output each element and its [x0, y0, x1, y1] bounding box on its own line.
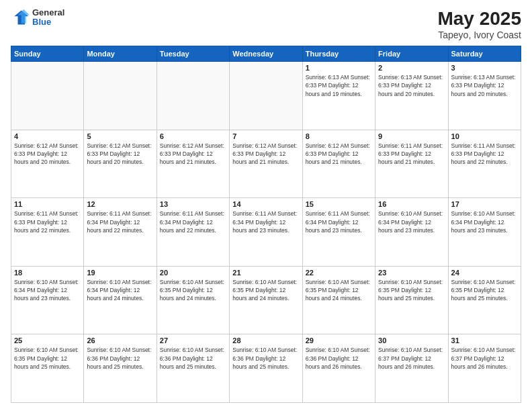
day-info: Sunrise: 6:10 AM Sunset: 6:35 PM Dayligh…	[306, 278, 372, 303]
day-number: 24	[451, 269, 518, 277]
day-number: 8	[306, 132, 372, 140]
calendar-subtitle: Tapeyo, Ivory Coast	[437, 30, 521, 40]
day-number: 3	[451, 64, 518, 72]
day-info: Sunrise: 6:11 AM Sunset: 6:33 PM Dayligh…	[14, 210, 81, 234]
day-header-thursday: Thursday	[302, 46, 375, 62]
calendar-cell: 1Sunrise: 6:13 AM Sunset: 6:33 PM Daylig…	[302, 62, 375, 130]
calendar-cell: 6Sunrise: 6:12 AM Sunset: 6:33 PM Daylig…	[157, 130, 229, 198]
day-info: Sunrise: 6:10 AM Sunset: 6:34 PM Dayligh…	[87, 278, 153, 303]
day-header-monday: Monday	[84, 46, 157, 62]
day-info: Sunrise: 6:11 AM Sunset: 6:33 PM Dayligh…	[451, 142, 518, 167]
header: General Blue May 2025 Tapeyo, Ivory Coas…	[11, 8, 521, 40]
calendar-cell: 25Sunrise: 6:10 AM Sunset: 6:35 PM Dayli…	[11, 334, 84, 403]
calendar-cell: 30Sunrise: 6:10 AM Sunset: 6:37 PM Dayli…	[375, 334, 448, 403]
calendar-week-5: 25Sunrise: 6:10 AM Sunset: 6:35 PM Dayli…	[11, 334, 521, 403]
day-info: Sunrise: 6:10 AM Sunset: 6:34 PM Dayligh…	[451, 210, 518, 234]
logo: General Blue	[11, 8, 64, 28]
day-info: Sunrise: 6:10 AM Sunset: 6:35 PM Dayligh…	[232, 278, 299, 303]
calendar-table: SundayMondayTuesdayWednesdayThursdayFrid…	[11, 46, 521, 403]
calendar-cell: 11Sunrise: 6:11 AM Sunset: 6:33 PM Dayli…	[11, 198, 84, 267]
calendar-cell: 27Sunrise: 6:10 AM Sunset: 6:36 PM Dayli…	[157, 334, 229, 403]
calendar-cell: 21Sunrise: 6:10 AM Sunset: 6:35 PM Dayli…	[230, 266, 302, 334]
calendar-cell: 12Sunrise: 6:11 AM Sunset: 6:34 PM Dayli…	[84, 198, 157, 267]
day-info: Sunrise: 6:12 AM Sunset: 6:33 PM Dayligh…	[306, 142, 372, 167]
calendar-cell: 17Sunrise: 6:10 AM Sunset: 6:34 PM Dayli…	[448, 198, 521, 267]
day-info: Sunrise: 6:10 AM Sunset: 6:36 PM Dayligh…	[160, 346, 226, 371]
calendar-cell: 9Sunrise: 6:11 AM Sunset: 6:33 PM Daylig…	[375, 130, 448, 198]
day-number: 26	[87, 336, 153, 345]
day-number: 18	[14, 269, 81, 277]
day-number: 27	[160, 336, 226, 345]
logo-text: General Blue	[32, 8, 64, 28]
day-info: Sunrise: 6:12 AM Sunset: 6:33 PM Dayligh…	[87, 142, 153, 167]
day-info: Sunrise: 6:11 AM Sunset: 6:33 PM Dayligh…	[378, 142, 445, 167]
day-info: Sunrise: 6:10 AM Sunset: 6:35 PM Dayligh…	[378, 278, 445, 303]
day-number: 7	[232, 132, 299, 140]
day-number: 19	[87, 269, 153, 277]
calendar-cell	[157, 62, 229, 130]
calendar-cell: 10Sunrise: 6:11 AM Sunset: 6:33 PM Dayli…	[448, 130, 521, 198]
day-info: Sunrise: 6:11 AM Sunset: 6:34 PM Dayligh…	[160, 210, 226, 234]
calendar-cell	[230, 62, 302, 130]
day-number: 17	[451, 200, 518, 208]
calendar-cell: 13Sunrise: 6:11 AM Sunset: 6:34 PM Dayli…	[157, 198, 229, 267]
day-info: Sunrise: 6:13 AM Sunset: 6:33 PM Dayligh…	[306, 73, 372, 98]
calendar-week-1: 1Sunrise: 6:13 AM Sunset: 6:33 PM Daylig…	[11, 62, 521, 130]
calendar-cell	[11, 62, 84, 130]
day-info: Sunrise: 6:13 AM Sunset: 6:33 PM Dayligh…	[451, 73, 518, 98]
day-info: Sunrise: 6:10 AM Sunset: 6:37 PM Dayligh…	[451, 346, 518, 371]
day-number: 5	[87, 132, 153, 140]
calendar-cell	[84, 62, 157, 130]
calendar-cell: 24Sunrise: 6:10 AM Sunset: 6:35 PM Dayli…	[448, 266, 521, 334]
day-number: 11	[14, 200, 81, 208]
day-number: 30	[378, 336, 445, 345]
day-header-sunday: Sunday	[11, 46, 84, 62]
day-info: Sunrise: 6:10 AM Sunset: 6:36 PM Dayligh…	[306, 346, 372, 371]
calendar-cell: 22Sunrise: 6:10 AM Sunset: 6:35 PM Dayli…	[302, 266, 375, 334]
logo-icon	[11, 8, 30, 27]
day-number: 14	[232, 200, 299, 208]
day-info: Sunrise: 6:12 AM Sunset: 6:33 PM Dayligh…	[14, 142, 81, 167]
day-number: 20	[160, 269, 226, 277]
day-info: Sunrise: 6:10 AM Sunset: 6:35 PM Dayligh…	[14, 346, 81, 371]
logo-line2: Blue	[32, 17, 64, 27]
day-info: Sunrise: 6:10 AM Sunset: 6:34 PM Dayligh…	[14, 278, 81, 303]
day-info: Sunrise: 6:10 AM Sunset: 6:34 PM Dayligh…	[378, 210, 445, 234]
calendar-cell: 18Sunrise: 6:10 AM Sunset: 6:34 PM Dayli…	[11, 266, 84, 334]
calendar-cell: 7Sunrise: 6:12 AM Sunset: 6:33 PM Daylig…	[230, 130, 302, 198]
day-number: 23	[378, 269, 445, 277]
day-number: 6	[160, 132, 226, 140]
calendar-cell: 20Sunrise: 6:10 AM Sunset: 6:35 PM Dayli…	[157, 266, 229, 334]
logo-line1: General	[32, 8, 64, 17]
day-number: 10	[451, 132, 518, 140]
day-info: Sunrise: 6:10 AM Sunset: 6:35 PM Dayligh…	[451, 278, 518, 303]
day-number: 9	[378, 132, 445, 140]
calendar-cell: 15Sunrise: 6:11 AM Sunset: 6:34 PM Dayli…	[302, 198, 375, 267]
day-info: Sunrise: 6:11 AM Sunset: 6:34 PM Dayligh…	[87, 210, 153, 234]
day-number: 31	[451, 336, 518, 345]
day-number: 12	[87, 200, 153, 208]
calendar-cell: 4Sunrise: 6:12 AM Sunset: 6:33 PM Daylig…	[11, 130, 84, 198]
calendar-cell: 2Sunrise: 6:13 AM Sunset: 6:33 PM Daylig…	[375, 62, 448, 130]
day-info: Sunrise: 6:11 AM Sunset: 6:34 PM Dayligh…	[306, 210, 372, 234]
day-number: 2	[378, 64, 445, 72]
calendar-cell: 26Sunrise: 6:10 AM Sunset: 6:36 PM Dayli…	[84, 334, 157, 403]
calendar-cell: 16Sunrise: 6:10 AM Sunset: 6:34 PM Dayli…	[375, 198, 448, 267]
day-info: Sunrise: 6:12 AM Sunset: 6:33 PM Dayligh…	[160, 142, 226, 167]
day-number: 1	[306, 64, 372, 72]
calendar-cell: 5Sunrise: 6:12 AM Sunset: 6:33 PM Daylig…	[84, 130, 157, 198]
day-info: Sunrise: 6:10 AM Sunset: 6:36 PM Dayligh…	[87, 346, 153, 371]
calendar-cell: 19Sunrise: 6:10 AM Sunset: 6:34 PM Dayli…	[84, 266, 157, 334]
day-number: 15	[306, 200, 372, 208]
day-number: 16	[378, 200, 445, 208]
calendar-cell: 3Sunrise: 6:13 AM Sunset: 6:33 PM Daylig…	[448, 62, 521, 130]
day-number: 21	[232, 269, 299, 277]
day-number: 25	[14, 336, 81, 345]
day-number: 4	[14, 132, 81, 140]
calendar-cell: 14Sunrise: 6:11 AM Sunset: 6:34 PM Dayli…	[230, 198, 302, 267]
day-header-friday: Friday	[375, 46, 448, 62]
calendar-title: May 2025	[437, 8, 521, 30]
day-number: 22	[306, 269, 372, 277]
day-header-wednesday: Wednesday	[230, 46, 302, 62]
day-info: Sunrise: 6:12 AM Sunset: 6:33 PM Dayligh…	[232, 142, 299, 167]
